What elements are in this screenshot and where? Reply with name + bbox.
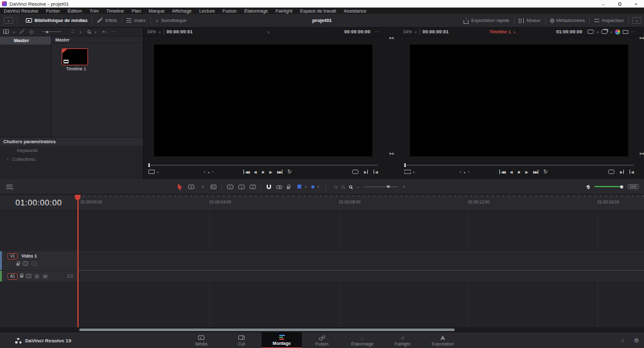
overwrite-clip-icon[interactable]: ▪ [238, 185, 245, 189]
source-clip-dropdown-icon[interactable]: ∨ [267, 30, 270, 34]
marker-icon[interactable] [311, 185, 314, 188]
insert-clip-icon[interactable]: ▾ [227, 185, 233, 189]
source-options-icon[interactable]: ⋯ [375, 30, 379, 35]
menu-espace-de-travail[interactable]: Espace de travail [300, 8, 336, 14]
expand-panel-icon[interactable]: ▶◀ [640, 151, 643, 155]
expand-panel-icon[interactable]: ▶◀ [389, 36, 393, 40]
source-zoom-level[interactable]: 34% [147, 30, 156, 34]
index-button[interactable]: Index [122, 14, 150, 27]
track-section-divider[interactable] [0, 270, 644, 271]
play-button[interactable]: ▶ [269, 170, 272, 174]
mixer-button[interactable]: Mixeur [514, 14, 545, 27]
clone-tool-icon[interactable] [19, 29, 25, 35]
timeline-jog-control[interactable]: ‹ ● › [460, 170, 469, 174]
viewer-options-icon[interactable]: ⋯ [631, 30, 635, 35]
multicam-icon[interactable] [601, 30, 608, 34]
auto-select-icon[interactable] [23, 261, 28, 266]
page-tab-etalonnage[interactable]: ◌ Étalonnage [342, 332, 382, 348]
mute-button[interactable]: M [42, 274, 48, 279]
page-tab-montage[interactable]: Montage [262, 332, 302, 348]
timeline-scrubber-playhead[interactable] [404, 163, 406, 167]
project-manager-icon[interactable]: ⌂ [621, 337, 624, 344]
dynamic-trim-tool-icon[interactable]: ‹|› [199, 185, 206, 189]
loop-button[interactable]: ↻ [543, 169, 548, 175]
bin-tree-item-master[interactable]: Master [0, 36, 51, 45]
dim-button[interactable]: DIM [628, 184, 639, 189]
goto-in-button[interactable]: ▶ [364, 170, 369, 174]
timeline-scrollbar-thumb[interactable] [79, 329, 455, 331]
match-frame-icon[interactable] [608, 170, 614, 174]
timeline-scrubber[interactable] [404, 165, 634, 166]
smart-bin-collections[interactable]: › Collections [0, 155, 143, 163]
disable-track-icon[interactable] [31, 261, 37, 266]
play-button[interactable]: ▶ [525, 170, 528, 174]
menu-lecture[interactable]: Lecture [199, 8, 215, 14]
flag-icon[interactable] [297, 185, 302, 188]
timeline-zoom-level[interactable]: 34% [403, 30, 412, 34]
inspector-button[interactable]: Inspecteur [590, 14, 628, 27]
linked-selection-icon[interactable] [276, 185, 282, 188]
detail-zoom-icon[interactable] [341, 185, 345, 188]
play-reverse-button[interactable]: ◀ [510, 170, 513, 174]
source-mode-button[interactable]: ∨ [148, 170, 185, 174]
pool-options-icon[interactable]: ⋯ [111, 30, 115, 35]
expand-panel-icon[interactable]: ▶◀ [389, 151, 393, 155]
video-track-name[interactable]: Vidéo 1 [21, 254, 37, 258]
panel-layout-button[interactable]: ∨ [4, 17, 13, 24]
lock-track-icon[interactable] [16, 263, 19, 266]
goto-out-button[interactable]: ◀ [630, 170, 634, 174]
minimize-button[interactable]: – [595, 0, 611, 8]
search-icon[interactable] [87, 30, 91, 33]
page-tab-media[interactable]: Média [181, 332, 221, 348]
loop-button[interactable]: ↻ [287, 169, 292, 175]
solo-button[interactable]: S [34, 274, 40, 279]
auto-select-icon[interactable] [26, 274, 31, 278]
page-tab-cut[interactable]: Cut [221, 332, 262, 348]
volume-slider[interactable] [594, 186, 623, 187]
audio-track-lane[interactable] [78, 271, 644, 281]
trim-edit-tool-icon[interactable]: ◂▸ [188, 185, 194, 189]
cinema-viewer-icon[interactable] [623, 30, 628, 34]
play-reverse-button[interactable]: ◀ [254, 170, 257, 174]
page-tab-exportation[interactable]: Exportation [423, 332, 463, 348]
effects-button[interactable]: Effets [92, 14, 121, 27]
video-track-lane[interactable] [78, 251, 644, 270]
thumbnail-size-slider[interactable] [42, 31, 61, 32]
last-frame-button[interactable]: ▶▶ [277, 170, 282, 174]
replace-clip-icon[interactable]: ↺ [250, 185, 256, 189]
bin-view-mode-icon[interactable] [3, 30, 9, 34]
zoom-out-button[interactable]: – [357, 185, 359, 189]
timeline-timecode-display[interactable]: 01:00:00:00 [0, 195, 78, 211]
zoom-in-button[interactable]: + [402, 185, 405, 189]
audio-track-badge[interactable]: A1 [8, 273, 18, 280]
timeline-scrollbar[interactable] [0, 327, 644, 332]
menu-davinci-resolve[interactable]: DaVinci Resolve [4, 8, 38, 14]
restore-button[interactable] [611, 0, 628, 8]
razor-tool-icon[interactable] [211, 185, 216, 189]
page-tab-fusion[interactable]: Fusion [302, 332, 342, 348]
custom-zoom-icon[interactable] [349, 185, 352, 188]
menu-etalonnage[interactable]: Étalonnage [244, 8, 268, 14]
timeline-ruler[interactable]: 01:00:00:00 01:00:04:00 01:00:08:00 01:0… [78, 195, 644, 211]
smart-bins-header[interactable]: Chutiers paramétrables [0, 138, 143, 146]
wipe-mode-icon[interactable] [587, 30, 594, 34]
goto-out-button[interactable]: ◀ [374, 170, 378, 174]
quick-export-button[interactable]: Exportation rapide [459, 14, 514, 27]
bin-filter-icon[interactable] [29, 29, 34, 34]
menu-fichier[interactable]: Fichier [46, 8, 60, 14]
position-lock-icon[interactable] [287, 187, 290, 189]
first-frame-button[interactable]: ◀◀ [499, 170, 504, 174]
source-scrubber-playhead[interactable] [148, 163, 150, 167]
sort-order-icon[interactable]: ≡↓ [103, 30, 107, 34]
source-scrubber[interactable] [148, 165, 378, 166]
first-frame-button[interactable]: ◀◀ [243, 170, 248, 174]
timeline-name-dropdown[interactable]: Timeline 1 [489, 30, 511, 34]
menu-affichage[interactable]: Affichage [172, 8, 192, 14]
project-settings-icon[interactable]: ⚙ [634, 337, 639, 344]
goto-in-button[interactable]: ▶ [620, 170, 625, 174]
color-wheel-icon[interactable] [615, 30, 620, 35]
menu-plan[interactable]: Plan [131, 8, 141, 14]
snapping-icon[interactable] [267, 185, 271, 189]
speaker-icon[interactable] [584, 185, 589, 188]
menu-fairlight[interactable]: Fairlight [275, 8, 292, 14]
